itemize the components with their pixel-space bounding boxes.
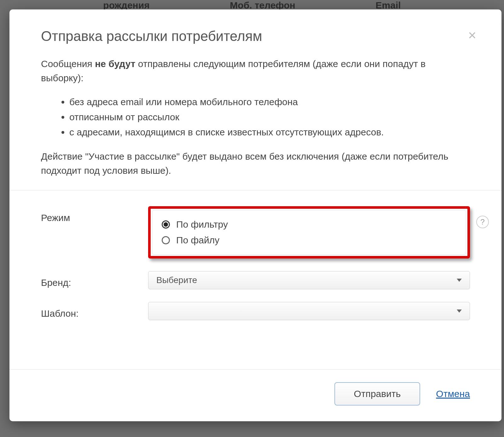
modal-footer: Отправить Отмена (9, 369, 501, 421)
mode-label: Режим (41, 206, 148, 223)
list-item: с адресами, находящимся в списке известн… (69, 125, 470, 140)
chevron-down-icon (457, 279, 462, 282)
help-glyph: ? (480, 218, 484, 226)
help-icon[interactable]: ? (476, 216, 489, 228)
radio-unchecked-icon (162, 236, 170, 244)
template-select[interactable] (148, 302, 470, 320)
list-item: отписанным от рассылок (69, 110, 470, 125)
bg-col-phone: Моб. телефон (230, 0, 295, 9)
template-row: Шаблон: (41, 302, 470, 320)
intro-paragraph: Сообщения не будут отправлены следующим … (41, 57, 470, 85)
brand-row: Бренд: Выберите (41, 271, 470, 289)
mode-row: Режим По фильтру По файлу (41, 206, 470, 258)
radio-checked-icon (162, 220, 170, 229)
brand-select-value: Выберите (156, 275, 197, 285)
radio-label: По фильтру (176, 219, 228, 230)
cancel-link[interactable]: Отмена (436, 389, 470, 399)
template-control (148, 302, 470, 320)
modal-body: Режим По фильтру По файлу (9, 190, 501, 369)
mode-radio-group: По фильтру По файлу (152, 210, 466, 255)
template-label: Шаблон: (41, 302, 148, 319)
chevron-down-icon (457, 309, 462, 313)
intro-bold: не будут (95, 59, 135, 69)
radio-label: По файлу (176, 235, 219, 246)
list-item: без адреса email или номера мобильного т… (69, 94, 470, 110)
brand-control: Выберите (148, 271, 470, 289)
modal-intro: Сообщения не будут отправлены следующим … (9, 57, 501, 190)
mode-option-by-filter[interactable]: По фильтру (162, 217, 456, 232)
brand-select[interactable]: Выберите (148, 271, 470, 289)
send-mailing-modal: Отправка рассылки потребителям × Сообщен… (9, 9, 501, 421)
modal-header: Отправка рассылки потребителям × (9, 9, 501, 57)
close-icon[interactable]: × (468, 28, 476, 42)
intro-prefix: Сообщения (41, 59, 95, 69)
highlight-annotation: По фильтру По файлу (148, 206, 470, 258)
bg-col-birthdate: рождения (103, 0, 149, 9)
bg-col-email: Email (376, 0, 401, 9)
intro-note: Действие "Участие в рассылке" будет выда… (41, 149, 470, 178)
exclusion-list: без адреса email или номера мобильного т… (69, 94, 470, 140)
mode-control: По фильтру По файлу ? (148, 206, 470, 258)
submit-button[interactable]: Отправить (334, 382, 420, 406)
brand-label: Бренд: (41, 271, 148, 288)
background-table-header: рождения Моб. телефон Email (0, 0, 504, 9)
mode-option-by-file[interactable]: По файлу (162, 232, 456, 248)
modal-title: Отправка рассылки потребителям (41, 28, 470, 44)
